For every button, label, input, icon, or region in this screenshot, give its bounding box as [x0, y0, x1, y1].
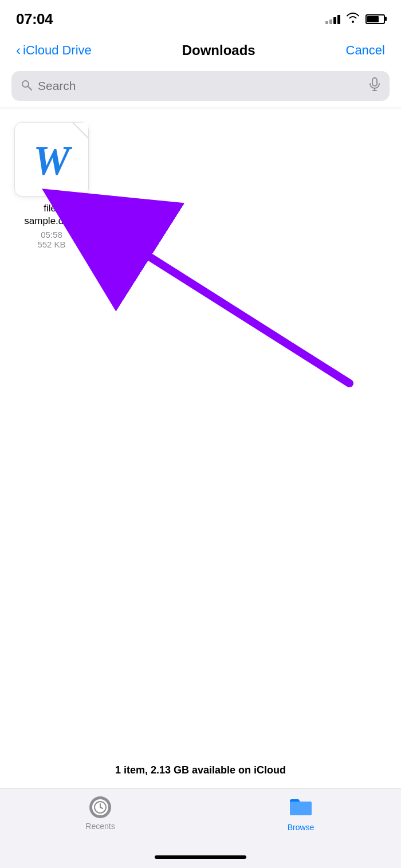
microphone-icon: [369, 77, 380, 95]
search-bar-container: [0, 66, 401, 108]
file-icon: W: [14, 122, 89, 197]
file-size: 552 KB: [37, 239, 65, 249]
battery-icon: [365, 14, 385, 24]
svg-line-1: [28, 87, 32, 90]
browse-label: Browse: [288, 823, 314, 832]
tab-recents[interactable]: Recents: [0, 796, 200, 831]
file-corner: [72, 123, 88, 139]
page-title: Downloads: [182, 42, 255, 58]
wifi-icon: [346, 13, 360, 26]
recents-label: Recents: [85, 822, 115, 831]
search-input[interactable]: [38, 79, 363, 93]
recents-icon: [89, 796, 111, 818]
file-letter: W: [33, 140, 70, 181]
browse-icon: [289, 796, 313, 819]
chevron-left-icon: ‹: [16, 44, 21, 57]
home-indicator: [155, 855, 246, 859]
footer-status: 1 item, 2.13 GB available on iCloud: [0, 764, 401, 776]
svg-line-6: [123, 240, 349, 383]
search-bar[interactable]: [11, 71, 390, 101]
status-bar: 07:04: [0, 0, 401, 34]
tab-browse[interactable]: Browse: [200, 796, 401, 832]
svg-rect-2: [372, 78, 377, 86]
search-icon: [21, 79, 32, 93]
file-name: file- sample.docx: [24, 202, 78, 227]
status-icons: [325, 13, 385, 26]
file-item[interactable]: W file- sample.docx 05:58 552 KB: [11, 122, 92, 249]
back-button[interactable]: ‹ iCloud Drive: [16, 43, 92, 58]
main-content: W file- sample.docx 05:58 552 KB: [0, 108, 401, 263]
status-time: 07:04: [16, 10, 53, 28]
signal-icon: [325, 14, 340, 24]
file-time: 05:58: [41, 230, 62, 239]
cancel-button[interactable]: Cancel: [346, 43, 385, 58]
nav-bar: ‹ iCloud Drive Downloads Cancel: [0, 34, 401, 66]
back-label: iCloud Drive: [23, 43, 92, 58]
